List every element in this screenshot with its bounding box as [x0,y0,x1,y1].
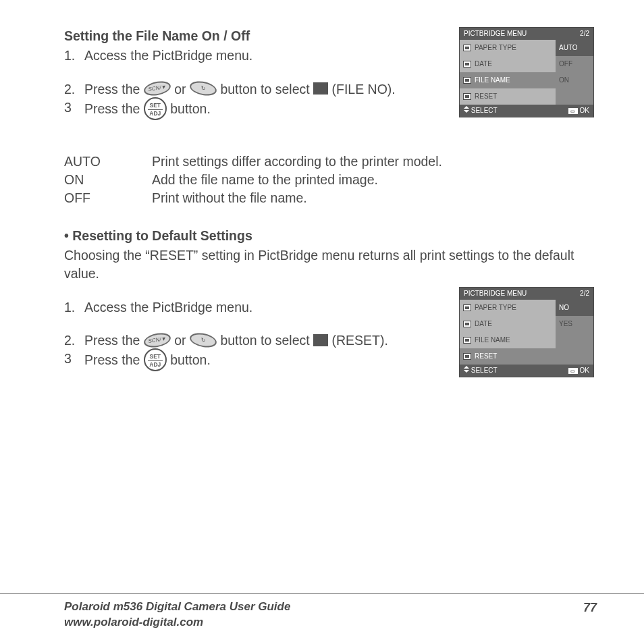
value-item-label: ON [559,76,569,85]
lcd-header: PICTBRIDGE MENU 2/2 [460,28,593,40]
menu-item-label: PAPER TYPE [475,303,516,313]
value-item-label: OFF [559,59,572,69]
menu-item-icon [463,337,471,344]
menu-item-icon [463,93,471,100]
footer-page-number: 77 [583,599,597,616]
ok-box-icon: ▭ [568,368,578,374]
lcd-menu-item: PAPER TYPE [460,40,556,56]
lcd-screenshot-filename: PICTBRIDGE MENU 2/2 PAPER TYPEDATEFILE N… [459,27,594,117]
menu-item-icon [463,321,471,327]
lcd-value-item [556,348,593,365]
menu-item-icon [463,61,471,68]
section-intro: Choosing the “RESET” setting in PictBrid… [64,246,597,284]
menu-item-label: RESET [475,92,497,101]
lcd-menu-item: FILE NAME [460,332,556,348]
lcd-value-item: ON [556,72,593,88]
lcd-footer: SELECT ▭OK [460,365,593,377]
menu-item-icon [463,353,471,360]
lcd-header-page: 2/2 [580,289,589,298]
menu-item-label: FILE NAME [475,336,510,345]
set-adj-button-icon: SET ADJ [144,97,167,120]
definition-row: AUTO Print settings differ according to … [64,153,597,171]
lcd-footer-ok: OK [580,107,589,114]
lcd-menu-item: DATE [460,56,556,72]
step-number: 2. [64,80,84,99]
flash-button-icon: ↻ [189,331,217,349]
lcd-right-column: NOYES [556,300,593,365]
lcd-value-item: NO [556,300,593,316]
lcd-menu-item: RESET [460,348,556,365]
lcd-header-title: PICTBRIDGE MENU [464,29,527,38]
value-item-label: NO [559,303,569,313]
section-title-reset: Resetting to Default Settings [64,227,597,245]
text-fragment: button. [170,352,211,367]
flash-button-icon: ↻ [189,80,217,97]
menu-item-icon [463,304,471,311]
step-number: 3 [64,350,84,373]
reset-icon [313,334,328,346]
text-fragment: button to select [220,82,313,97]
definition-desc: Print settings differ according to the p… [152,153,442,171]
lcd-menu-item: DATE [460,316,556,332]
updown-icon [464,106,469,113]
menu-item-icon [463,45,471,51]
definition-row: OFF Print without the file name. [64,189,597,207]
menu-item-label: DATE [475,319,492,329]
text-fragment: Press the [84,333,144,348]
step-number: 3 [64,99,84,122]
lcd-footer-select: SELECT [471,367,498,374]
text-fragment: Press the [84,82,144,97]
definition-row: ON Add the file name to the printed imag… [64,171,597,189]
scn-m-button-icon: SCN/▼ [143,331,171,349]
page-footer: Polaroid m536 Digital Camera User Guide … [0,593,644,630]
definition-term: AUTO [64,153,152,171]
step-number: 1. [64,298,84,317]
lcd-left-column: PAPER TYPEDATEFILE NAMERESET [460,40,556,105]
adj-label: ADJ [145,362,165,368]
lcd-header-page: 2/2 [580,29,589,38]
lcd-value-item [556,88,593,105]
text-fragment: button. [170,101,211,116]
adj-label: ADJ [145,111,165,117]
text-fragment: button to select [220,333,313,348]
text-fragment: or [174,82,190,97]
updown-icon [464,366,469,373]
lcd-right-column: AUTOOFFON [556,40,593,105]
scn-m-button-icon: SCN/▼ [143,80,171,97]
lcd-left-column: PAPER TYPEDATEFILE NAMERESET [460,300,556,365]
menu-item-label: FILE NAME [475,76,510,85]
set-label: SET [145,103,165,109]
lcd-footer: SELECT ▭OK [460,105,593,117]
lcd-value-item: OFF [556,56,593,72]
ok-box-icon: ▭ [568,108,578,114]
lcd-screenshot-reset: PICTBRIDGE MENU 2/2 PAPER TYPEDATEFILE N… [459,287,594,377]
set-label: SET [145,354,165,360]
step-number: 1. [64,47,84,65]
definition-desc: Print without the file name. [152,189,307,207]
lcd-header: PICTBRIDGE MENU 2/2 [460,288,593,300]
definitions-list: AUTO Print settings differ according to … [64,153,597,208]
lcd-menu-item: PAPER TYPE [460,300,556,316]
lcd-header-title: PICTBRIDGE MENU [464,289,527,298]
lcd-value-item: AUTO [556,40,593,56]
lcd-footer-ok: OK [580,367,589,374]
menu-item-label: RESET [475,352,497,361]
set-adj-button-icon: SET ADJ [144,348,167,371]
text-fragment: Press the [84,352,144,367]
menu-item-label: DATE [475,59,492,69]
text-fragment: (FILE NO). [332,82,396,97]
footer-url: www.polaroid-digital.com [64,615,290,630]
menu-item-label: PAPER TYPE [475,43,516,53]
value-item-label: AUTO [559,43,578,53]
lcd-footer-select: SELECT [471,107,498,114]
definition-term: OFF [64,189,152,207]
text-fragment: or [174,333,190,348]
lcd-value-item [556,332,593,348]
text-fragment: (RESET). [332,333,388,348]
text-fragment: Press the [84,101,144,116]
lcd-menu-item: FILE NAME [460,72,556,88]
definition-term: ON [64,171,152,189]
menu-item-icon [463,77,471,84]
step-number: 2. [64,331,84,350]
value-item-label: YES [559,319,572,329]
